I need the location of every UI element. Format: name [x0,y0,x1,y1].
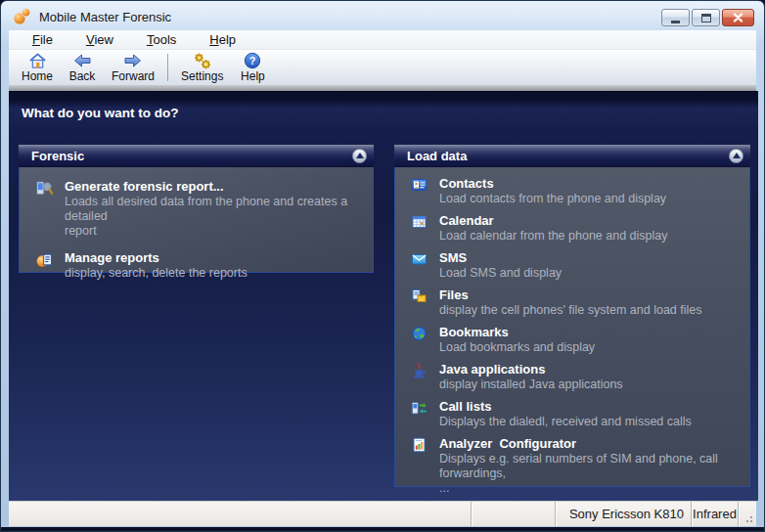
toolbar-button-help[interactable]: ? Help [232,51,273,84]
panel-forensic-body: Generate forensic report... Loads all de… [19,167,374,273]
item-desc: Loads all desired data from the phone an… [65,195,363,239]
back-icon [72,52,92,69]
toolbar-button-back[interactable]: Back [62,51,103,84]
call-lists-icon [410,400,428,416]
help-icon: ? [244,52,261,69]
close-icon [733,13,743,22]
toolbar-button-settings[interactable]: Settings [176,51,228,84]
status-cell-empty [471,502,555,526]
files-icon [410,288,428,304]
home-icon [28,52,47,69]
sms-icon [410,251,428,267]
bookmarks-icon [410,326,428,341]
item-desc: Displays e.g. serial numbers of SIM and … [439,452,740,496]
toolbar-button-label: Settings [181,70,223,83]
item-java-applications[interactable]: Java applications display installed Java… [410,362,740,392]
item-title: Contacts [439,176,666,192]
item-desc: Load bookmarks and display [439,340,595,355]
item-manage-reports[interactable]: Manage reports display, search, delete t… [35,250,363,281]
forensic-report-icon [35,180,54,197]
menubar: File View Tools Help [9,30,756,50]
app-window: Mobile Master Forensic File View Tools H… [0,0,765,532]
manage-reports-icon [35,251,54,268]
contacts-icon [410,177,428,193]
analyzer-icon [410,437,428,453]
window-controls [661,9,754,26]
item-desc: display installed Java applications [439,377,623,392]
resize-grip-dots [750,520,752,522]
menu-item-tools[interactable]: Tools [137,30,186,49]
panel-load-data-body: Contacts Load contacts from the phone an… [394,167,750,487]
menu-item-help[interactable]: Help [200,30,246,49]
status-connection: Infrared [691,502,738,526]
item-title: SMS [439,250,562,266]
statusbar: Sony Ericsson K810 Infrared [9,501,756,526]
item-desc: Displays the dialedl, received and misse… [439,415,692,429]
item-title: Generate forensic report... [65,179,363,195]
toolbar: Home Back Forward [9,50,756,85]
item-sms[interactable]: SMS Load SMS and display [410,250,740,281]
item-contacts[interactable]: Contacts Load contacts from the phone an… [410,176,740,206]
item-title: Bookmarks [439,325,595,340]
minimize-icon [671,21,680,23]
item-title: Calendar [439,213,668,229]
item-title: Analyzer Configurator [439,436,740,452]
item-title: Files [439,288,702,303]
minimize-button[interactable] [661,9,690,26]
toolbar-button-label: Back [69,70,96,83]
toolbar-button-home[interactable]: Home [17,51,58,84]
menu-item-file[interactable]: File [22,30,63,49]
item-calendar[interactable]: Calendar Load calendar from the phone an… [410,213,740,244]
panel-title: Forensic [19,145,374,167]
item-generate-forensic-report[interactable]: Generate forensic report... Loads all de… [35,179,363,239]
item-desc: display, search, delete the reports [65,266,248,281]
item-analyzer-configurator[interactable]: Analyzer Configurator Displays e.g. seri… [410,436,740,496]
app-logo-icon [12,7,31,26]
forward-icon [123,52,143,69]
panel-title: Load data [394,145,750,167]
toolbar-button-label: Forward [112,70,155,83]
toolbar-button-label: Help [241,70,265,83]
resize-grip[interactable] [738,502,756,526]
item-files[interactable]: Files display the cell phones' file syst… [410,288,740,318]
close-button[interactable] [722,9,754,26]
item-desc: Load SMS and display [439,266,562,281]
settings-icon [193,52,212,69]
collapse-button[interactable] [729,149,743,163]
item-desc: Load contacts from the phone and display [439,192,666,206]
chevron-up-icon [733,153,741,158]
toolbar-button-forward[interactable]: Forward [107,51,159,84]
java-icon [410,363,428,378]
calendar-icon [410,214,428,230]
content-area: What do you want to do? Forensic Generat… [9,91,758,501]
menu-item-view[interactable]: View [76,30,123,49]
item-call-lists[interactable]: Call lists Displays the dialedl, receive… [410,399,740,429]
item-bookmarks[interactable]: Bookmarks Load bookmarks and display [410,325,740,355]
panel-forensic: Forensic Generate forensic report... Loa… [19,145,374,273]
collapse-button[interactable] [352,149,367,163]
toolbar-button-label: Home [22,70,53,83]
window-title: Mobile Master Forensic [39,8,171,24]
svg-text:?: ? [249,55,256,66]
window-titlebar[interactable]: Mobile Master Forensic [9,1,756,30]
maximize-button[interactable] [692,9,720,26]
chevron-up-icon [356,153,364,158]
item-title: Call lists [439,399,692,415]
item-title: Java applications [439,362,623,377]
status-device: Sony Ericsson K810 [555,502,691,526]
status-spacer [9,502,471,526]
item-title: Manage reports [65,250,248,266]
page-heading: What do you want to do? [22,106,178,120]
panel-load-data-header: Load data [394,145,750,167]
panel-forensic-header: Forensic [19,145,374,167]
toolbar-separator [167,54,168,81]
item-desc: Load calendar from the phone and display [439,229,668,244]
panel-load-data: Load data Contacts [394,145,750,487]
maximize-icon [701,14,711,22]
item-desc: display the cell phones' file system and… [439,303,702,318]
